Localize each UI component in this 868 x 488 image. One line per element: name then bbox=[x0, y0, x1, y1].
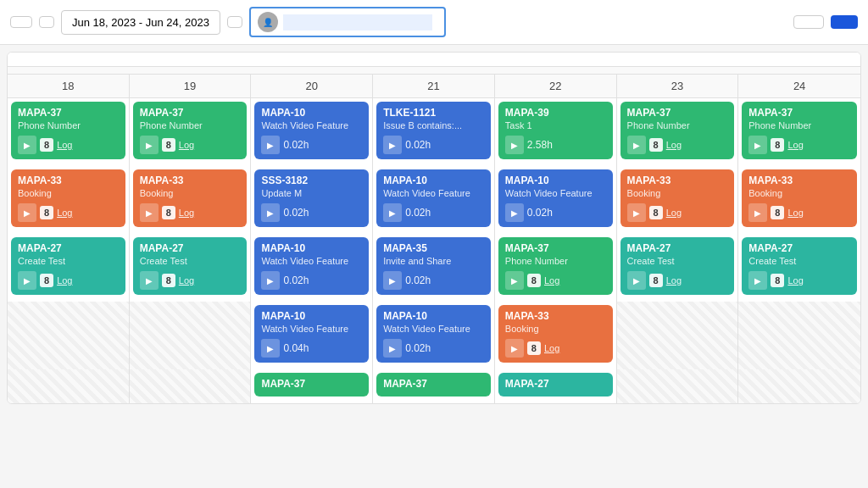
day-col-r3-c4: MAPA-35Invite and Share▶0.02h bbox=[373, 234, 495, 302]
card-subtitle: Booking bbox=[505, 324, 606, 334]
play-button[interactable]: ▶ bbox=[383, 136, 402, 154]
time-badge: 8 bbox=[649, 138, 663, 152]
time-display: 0.02h bbox=[405, 207, 431, 219]
day-header-18: 18 bbox=[8, 75, 130, 97]
card-footer: ▶0.02h bbox=[261, 203, 362, 222]
log-link[interactable]: Log bbox=[666, 140, 682, 150]
play-button[interactable]: ▶ bbox=[383, 203, 402, 222]
card-footer: ▶0.02h bbox=[505, 203, 606, 222]
card-id: MAPA-27 bbox=[505, 378, 606, 390]
card-footer: ▶2.58h bbox=[505, 136, 606, 154]
play-button[interactable]: ▶ bbox=[18, 203, 36, 222]
task-card: MAPA-10Watch Video Feature▶0.02h bbox=[498, 169, 613, 227]
log-link[interactable]: Log bbox=[787, 275, 803, 286]
card-footer: ▶8Log bbox=[18, 136, 119, 154]
card-id: MAPA-33 bbox=[140, 175, 241, 186]
log-link[interactable]: Log bbox=[57, 275, 72, 286]
play-button[interactable]: ▶ bbox=[261, 136, 280, 154]
card-id: MAPA-37 bbox=[18, 107, 119, 119]
play-button[interactable]: ▶ bbox=[383, 339, 402, 358]
day-col-r5-c3: MAPA-37 bbox=[251, 369, 373, 403]
card-subtitle: Booking bbox=[627, 188, 728, 198]
log-link[interactable]: Log bbox=[57, 140, 72, 150]
card-subtitle: Update M bbox=[261, 188, 362, 198]
play-button[interactable]: ▶ bbox=[261, 339, 280, 358]
day-col-r4-c7 bbox=[738, 302, 860, 369]
calendar-row-3: MAPA-27Create Test▶8LogMAPA-27Create Tes… bbox=[8, 234, 860, 302]
card-subtitle: Booking bbox=[748, 188, 850, 198]
prev-week-button[interactable] bbox=[39, 16, 54, 28]
time-badge: 8 bbox=[527, 274, 541, 287]
play-button[interactable]: ▶ bbox=[505, 136, 524, 154]
time-badge: 8 bbox=[40, 206, 53, 219]
play-button[interactable]: ▶ bbox=[140, 136, 159, 154]
log-link[interactable]: Log bbox=[544, 343, 559, 353]
task-card: MAPA-10Watch Video Feature▶0.02h bbox=[254, 237, 369, 295]
play-button[interactable]: ▶ bbox=[140, 203, 159, 222]
play-button[interactable]: ▶ bbox=[505, 203, 524, 222]
task-card: MAPA-10Watch Video Feature▶0.02h bbox=[376, 305, 491, 363]
task-card: MAPA-27Create Test▶8Log bbox=[11, 237, 125, 295]
submit-timesheet-button[interactable] bbox=[831, 15, 858, 29]
card-id: MAPA-33 bbox=[505, 310, 606, 322]
task-card: TLKE-1121Issue B contains:...▶0.02h bbox=[376, 102, 491, 159]
log-link[interactable]: Log bbox=[666, 208, 682, 218]
log-link[interactable]: Log bbox=[787, 140, 803, 150]
day-col-r5-c5: MAPA-27 bbox=[495, 369, 617, 403]
card-subtitle: Invite and Share bbox=[383, 256, 484, 266]
play-button[interactable]: ▶ bbox=[383, 271, 402, 290]
play-button[interactable]: ▶ bbox=[505, 339, 524, 358]
card-subtitle: Task 1 bbox=[505, 120, 606, 130]
card-stub: MAPA-37 bbox=[254, 373, 369, 396]
task-card: SSS-3182Update M▶0.02h bbox=[254, 169, 369, 227]
play-button[interactable]: ▶ bbox=[627, 136, 646, 154]
play-button[interactable]: ▶ bbox=[18, 271, 36, 290]
play-button[interactable]: ▶ bbox=[627, 271, 646, 290]
task-card: MAPA-27Create Test▶8Log bbox=[620, 237, 735, 295]
time-badge: 8 bbox=[771, 274, 784, 287]
card-subtitle: Booking bbox=[18, 188, 119, 198]
user-search-input[interactable] bbox=[283, 14, 432, 30]
card-id: MAPA-10 bbox=[383, 310, 484, 322]
day-col-r2-c1: MAPA-33Booking▶8Log bbox=[8, 166, 130, 234]
user-selector[interactable]: 👤 bbox=[249, 7, 446, 37]
play-button[interactable]: ▶ bbox=[261, 203, 280, 222]
log-link[interactable]: Log bbox=[179, 140, 194, 150]
day-col-r3-c2: MAPA-27Create Test▶8Log bbox=[130, 234, 252, 302]
start-timer-button[interactable] bbox=[793, 15, 824, 29]
task-card: MAPA-37Phone Number▶8Log bbox=[742, 102, 857, 159]
task-card: MAPA-10Watch Video Feature▶0.04h bbox=[254, 305, 369, 363]
time-display: 0.02h bbox=[527, 207, 553, 219]
log-link[interactable]: Log bbox=[57, 208, 72, 218]
play-button[interactable]: ▶ bbox=[748, 271, 767, 290]
day-col-r2-c2: MAPA-33Booking▶8Log bbox=[130, 166, 252, 234]
play-button[interactable]: ▶ bbox=[261, 271, 280, 290]
day-header-21: 21 bbox=[373, 75, 495, 97]
play-button[interactable]: ▶ bbox=[627, 203, 646, 222]
log-link[interactable]: Log bbox=[179, 208, 194, 218]
day-col-r3-c3: MAPA-10Watch Video Feature▶0.02h bbox=[251, 234, 373, 302]
this-week-button[interactable] bbox=[10, 16, 32, 28]
play-button[interactable]: ▶ bbox=[505, 271, 524, 290]
task-card: MAPA-37Phone Number▶8Log bbox=[620, 102, 735, 159]
card-footer: ▶0.02h bbox=[383, 339, 484, 358]
day-col-r3-c6: MAPA-27Create Test▶8Log bbox=[617, 234, 739, 302]
next-week-button[interactable] bbox=[227, 16, 242, 28]
log-link[interactable]: Log bbox=[544, 275, 559, 286]
time-display: 0.02h bbox=[405, 139, 431, 151]
card-footer: ▶8Log bbox=[627, 136, 728, 154]
play-button[interactable]: ▶ bbox=[140, 271, 159, 290]
card-subtitle: Booking bbox=[140, 188, 241, 198]
card-footer: ▶8Log bbox=[748, 203, 850, 222]
log-link[interactable]: Log bbox=[179, 275, 194, 286]
date-range-display: Jun 18, 2023 - Jun 24, 2023 bbox=[61, 10, 220, 35]
play-button[interactable]: ▶ bbox=[748, 203, 767, 222]
play-button[interactable]: ▶ bbox=[748, 136, 767, 154]
log-link[interactable]: Log bbox=[666, 275, 682, 286]
card-id: MAPA-10 bbox=[505, 175, 606, 186]
task-card: MAPA-27Create Test▶8Log bbox=[742, 237, 857, 295]
play-button[interactable]: ▶ bbox=[18, 136, 36, 154]
log-link[interactable]: Log bbox=[787, 208, 803, 218]
day-col-r4-c5: MAPA-33Booking▶8Log bbox=[495, 302, 617, 369]
day-header-22: 22 bbox=[495, 75, 617, 97]
